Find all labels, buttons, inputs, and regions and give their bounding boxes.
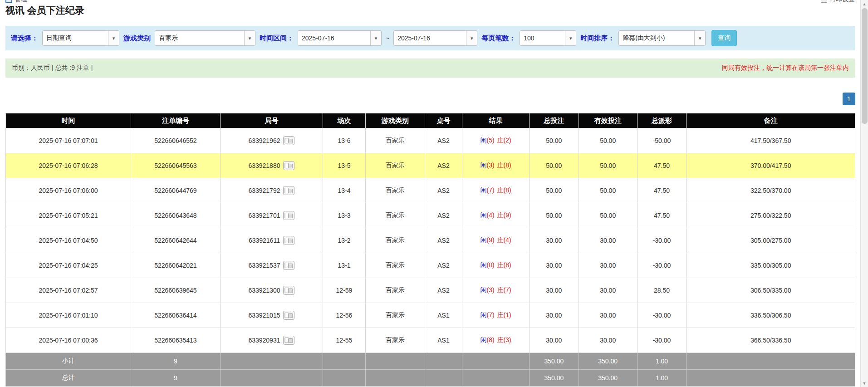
time-range-label: 时间区间： — [260, 34, 294, 43]
cell-total-bet-link[interactable]: 50.00 — [530, 178, 579, 203]
round-replay-icon[interactable] — [283, 236, 294, 245]
cell-result: 闲(7)庄(8) — [462, 178, 530, 203]
cell-total-bet-link[interactable]: 30.00 — [530, 278, 579, 303]
cell-table-number: AS2 — [425, 128, 462, 153]
cell-bet-number: 522660646552 — [131, 128, 221, 153]
round-number-text: 633921611 — [249, 237, 280, 244]
cell-table-number: AS2 — [425, 278, 462, 303]
chevron-down-icon[interactable]: ▾ — [466, 31, 477, 45]
records-table: 时间注单编号局号场次游戏类别桌号结果总投注有效投注总派彩备注 2025-07-1… — [5, 113, 855, 387]
date-to-select[interactable]: 2025-07-16 ▾ — [393, 30, 477, 46]
chevron-down-icon[interactable]: ▾ — [244, 31, 255, 45]
chevron-down-icon[interactable]: ▾ — [370, 31, 381, 45]
date-from-select[interactable]: 2025-07-16 ▾ — [298, 30, 382, 46]
cell-round-number: 633921880 — [220, 153, 323, 178]
column-header: 注单编号 — [131, 113, 221, 128]
round-replay-icon[interactable] — [283, 211, 294, 220]
cell-bet-number: 522660635413 — [131, 328, 221, 353]
scroll-down-icon[interactable]: ▼ — [861, 379, 868, 387]
cell-bet-number: 522660636414 — [131, 303, 221, 328]
cell-time: 2025-07-16 07:07:01 — [6, 128, 131, 153]
cell-remark: 305.00/275.00 — [687, 228, 855, 253]
cell-session: 13-3 — [323, 203, 366, 228]
page-1-button[interactable]: 1 — [843, 93, 855, 105]
round-replay-icon[interactable] — [283, 136, 294, 145]
chevron-down-icon[interactable]: ▾ — [694, 31, 705, 45]
cell-game-type: 百家乐 — [365, 128, 425, 153]
cell-round-number: 633921015 — [220, 303, 323, 328]
cell-time: 2025-07-16 07:06:00 — [6, 178, 131, 203]
player-result-points: (3) — [486, 162, 494, 169]
cell-remark: 322.50/370.00 — [687, 178, 855, 203]
banker-result: 庄(4) — [497, 236, 511, 244]
footer-empty-cell — [365, 370, 425, 387]
cell-table-number: AS1 — [425, 303, 462, 328]
cell-total-bet-link[interactable]: 30.00 — [530, 328, 579, 353]
sort-order-select[interactable]: 降冪(由大到小) ▾ — [618, 30, 706, 46]
table-row: 2025-07-16 07:01:10522660636414633921015… — [6, 303, 855, 328]
cell-game-type: 百家乐 — [365, 228, 425, 253]
cell-payout: -30.00 — [637, 228, 687, 253]
cell-round-number: 633921701 — [220, 203, 323, 228]
query-button[interactable]: 查询 — [711, 30, 737, 46]
sort-order-value: 降冪(由大到小) — [619, 31, 694, 45]
cell-payout: -30.00 — [637, 303, 687, 328]
table-row: 2025-07-16 07:06:28522660645563633921880… — [6, 153, 855, 178]
scrollbar-thumb[interactable] — [862, 8, 868, 124]
cell-table-number: AS2 — [425, 228, 462, 253]
chevron-down-icon[interactable]: ▾ — [565, 31, 576, 45]
cell-remark: 336.50/306.50 — [687, 303, 855, 328]
round-replay-icon[interactable] — [283, 261, 294, 270]
column-header: 总投注 — [530, 113, 579, 128]
cell-result: 闲(4)庄(9) — [462, 203, 530, 228]
cell-total-bet-link[interactable]: 30.00 — [530, 228, 579, 253]
footer-empty-cell — [365, 353, 425, 370]
cell-round-number: 633920931 — [220, 328, 323, 353]
player-result-label: 闲 — [480, 311, 486, 318]
cell-valid-bet: 30.00 — [579, 328, 637, 353]
cell-table-number: AS2 — [425, 153, 462, 178]
cell-total-bet-link[interactable]: 30.00 — [530, 253, 579, 278]
cell-valid-bet: 30.00 — [579, 228, 637, 253]
game-type-select[interactable]: 百家乐 ▾ — [155, 30, 255, 46]
cell-time: 2025-07-16 07:01:10 — [6, 303, 131, 328]
footer-valid-bet: 350.00 — [579, 370, 637, 387]
cell-game-type: 百家乐 — [365, 303, 425, 328]
table-row: 2025-07-16 07:02:57522660639645633921300… — [6, 278, 855, 303]
cell-total-bet-link[interactable]: 50.00 — [530, 153, 579, 178]
cell-valid-bet: 30.00 — [579, 303, 637, 328]
scroll-up-icon[interactable]: ▲ — [861, 0, 868, 8]
chevron-down-icon[interactable]: ▾ — [108, 31, 119, 45]
cell-total-bet-link[interactable]: 50.00 — [530, 203, 579, 228]
cell-game-type: 百家乐 — [365, 328, 425, 353]
round-replay-icon[interactable] — [283, 286, 294, 295]
cell-payout: -50.00 — [637, 128, 687, 153]
cell-round-number: 633921792 — [220, 178, 323, 203]
cell-bet-number: 522660639645 — [131, 278, 221, 303]
cell-payout: 47.50 — [637, 203, 687, 228]
query-type-label: 请选择： — [11, 34, 38, 43]
settings-icon[interactable] — [821, 0, 827, 3]
topbar-right[interactable]: 打印设置 — [821, 0, 855, 4]
round-replay-icon[interactable] — [283, 311, 294, 320]
round-replay-icon[interactable] — [283, 161, 294, 170]
cell-session: 13-4 — [323, 178, 366, 203]
page-size-select[interactable]: 100 ▾ — [520, 30, 576, 46]
cell-time: 2025-07-16 07:06:28 — [6, 153, 131, 178]
query-type-select[interactable]: 日期查询 ▾ — [42, 30, 119, 46]
vertical-scrollbar[interactable]: ▲ ▼ — [860, 0, 868, 387]
cell-remark: 417.50/367.50 — [687, 128, 855, 153]
cell-total-bet-link[interactable]: 30.00 — [530, 303, 579, 328]
cell-total-bet-link[interactable]: 50.00 — [530, 128, 579, 153]
cell-payout: 47.50 — [637, 153, 687, 178]
footer-label: 总计 — [6, 370, 131, 387]
player-result-label: 闲 — [480, 211, 486, 219]
round-replay-icon[interactable] — [283, 186, 294, 195]
round-number-text: 633920931 — [248, 337, 280, 344]
cell-result: 闲(3)庄(8) — [462, 153, 530, 178]
round-replay-icon[interactable] — [283, 336, 294, 345]
game-type-label: 游戏类别 — [123, 34, 151, 43]
table-row: 2025-07-16 07:05:21522660643648633921701… — [6, 203, 855, 228]
topbar-right-text[interactable]: 打印设置 — [829, 0, 855, 4]
cell-result: 闲(7)庄(1) — [462, 303, 530, 328]
